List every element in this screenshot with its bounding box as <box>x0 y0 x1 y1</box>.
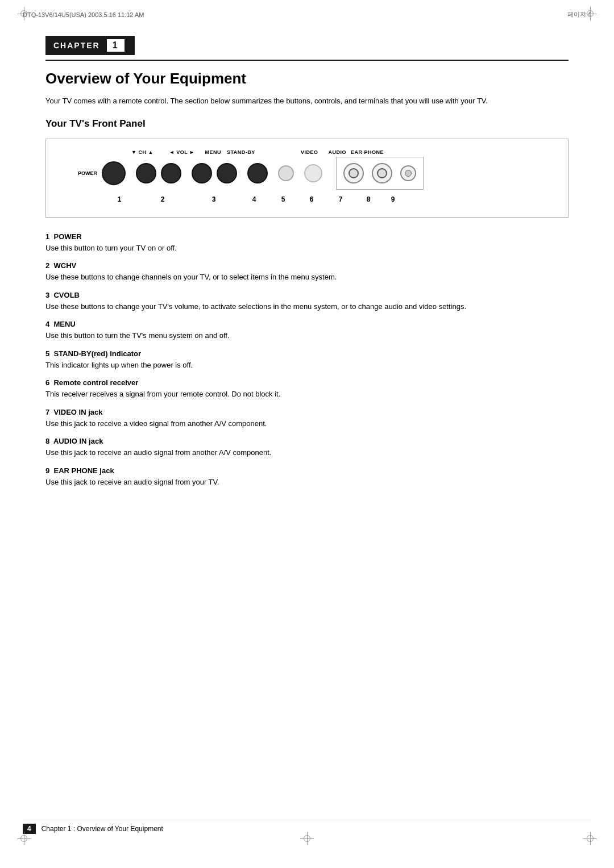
jack-group <box>336 157 424 190</box>
item-desc-4: Use this button to turn the TV's menu sy… <box>45 330 512 341</box>
item-heading-5: 5 STAND-BY(red) indicator <box>45 349 569 358</box>
menu-label: MENU <box>205 149 222 155</box>
page-wrapper: DTQ-13V6/14U5(USA) 2003.5.16 11:12 AM 페이… <box>0 0 614 868</box>
item-desc-3: Use these buttons to change your TV's vo… <box>45 301 512 312</box>
vol-up-button[interactable] <box>217 163 237 183</box>
section-heading: Your TV's Front Panel <box>45 118 569 130</box>
item-heading-6: 6 Remote control receiver <box>45 378 569 387</box>
num-1: 1 <box>102 195 137 203</box>
standby-label: STAND-BY <box>227 149 255 155</box>
item-heading-7: 7 VIDEO IN jack <box>45 408 569 416</box>
main-content: CHAPTER 1 Overview of Your Equipment You… <box>0 24 614 518</box>
item-desc-9: Use this jack to receive an audio signal… <box>45 477 512 488</box>
list-item: 3 CVOLB Use these buttons to change your… <box>45 291 569 312</box>
num-5: 5 <box>269 195 297 203</box>
list-item: 2 WCHV Use these buttons to change chann… <box>45 261 569 283</box>
header-left: DTQ-13V6/14U5(USA) 2003.5.16 11:12 AM <box>23 11 144 18</box>
registration-mark-br <box>583 832 597 845</box>
item-heading-9: 9 EAR PHONE jack <box>45 466 569 475</box>
item-heading-2: 2 WCHV <box>45 261 569 270</box>
item-desc-2: Use these buttons to change channels on … <box>45 272 512 283</box>
num-6: 6 <box>297 195 326 203</box>
list-item: 8 AUDIO IN jack Use this jack to receive… <box>45 437 569 458</box>
registration-mark-bc <box>300 832 314 845</box>
earphone-jack[interactable] <box>400 165 416 181</box>
chapter-number: 1 <box>107 39 125 52</box>
item-heading-3: 3 CVOLB <box>45 291 569 299</box>
item-heading-8: 8 AUDIO IN jack <box>45 437 569 445</box>
list-item: 7 VIDEO IN jack Use this jack to receive… <box>45 408 569 429</box>
earphone-label: EAR PHONE <box>351 149 384 155</box>
item-desc-6: This receiver receives a signal from you… <box>45 389 512 400</box>
item-heading-4: 4 MENU <box>45 320 569 328</box>
item-desc-8: Use this jack to receive an audio signal… <box>45 447 512 458</box>
list-item: 5 STAND-BY(red) indicator This indicator… <box>45 349 569 371</box>
front-panel-diagram: ▼ CH ▲ ◄ VOL ► MENU STAND-BY VIDEO AUDIO… <box>45 139 569 218</box>
video-jack[interactable] <box>343 163 364 183</box>
chapter-badge-container: CHAPTER 1 <box>45 36 569 55</box>
ch-up-button[interactable] <box>161 163 181 183</box>
list-item: 6 Remote control receiver This receiver … <box>45 378 569 400</box>
num-8: 8 <box>355 195 381 203</box>
page-header: DTQ-13V6/14U5(USA) 2003.5.16 11:12 AM 페이… <box>0 0 614 24</box>
standby-indicator <box>278 165 294 181</box>
num-4: 4 <box>239 195 269 203</box>
item-desc-1: Use this button to turn your TV on or of… <box>45 243 512 254</box>
ch-arrow-label: ▼ CH ▲ <box>131 149 154 155</box>
num-9: 9 <box>381 195 404 203</box>
chapter-divider <box>45 60 569 61</box>
item-desc-7: Use this jack to receive a video signal … <box>45 418 512 429</box>
num-7: 7 <box>326 195 355 203</box>
vol-arrow-label: ◄ VOL ► <box>169 149 195 155</box>
footer-text: Chapter 1 : Overview of Your Equipment <box>42 825 163 833</box>
page-title: Overview of Your Equipment <box>45 70 569 87</box>
remote-receiver <box>304 164 322 182</box>
registration-mark-tl <box>17 7 31 20</box>
intro-text: Your TV comes with a remote control. The… <box>45 95 512 107</box>
vol-down-button[interactable] <box>192 163 212 183</box>
chapter-badge: CHAPTER 1 <box>45 36 135 55</box>
chapter-label: CHAPTER <box>53 41 100 50</box>
ch-down-button[interactable] <box>136 163 156 183</box>
list-item: 1 POWER Use this button to turn your TV … <box>45 232 569 254</box>
power-label: POWER <box>63 170 102 176</box>
power-button[interactable] <box>102 161 126 185</box>
item-heading-1: 1 POWER <box>45 232 569 241</box>
audio-jack[interactable] <box>372 163 392 183</box>
num-2: 2 <box>137 195 188 203</box>
item-desc-5: This indicator lights up when the power … <box>45 360 512 371</box>
items-list: 1 POWER Use this button to turn your TV … <box>45 232 569 488</box>
menu-button[interactable] <box>247 163 268 183</box>
video-label: VIDEO <box>301 149 318 155</box>
audio-label: AUDIO <box>328 149 346 155</box>
list-item: 4 MENU Use this button to turn the TV's … <box>45 320 569 341</box>
num-3: 3 <box>188 195 239 203</box>
registration-mark-bl <box>17 832 31 845</box>
list-item: 9 EAR PHONE jack Use this jack to receiv… <box>45 466 569 488</box>
registration-mark-tr <box>583 7 597 20</box>
